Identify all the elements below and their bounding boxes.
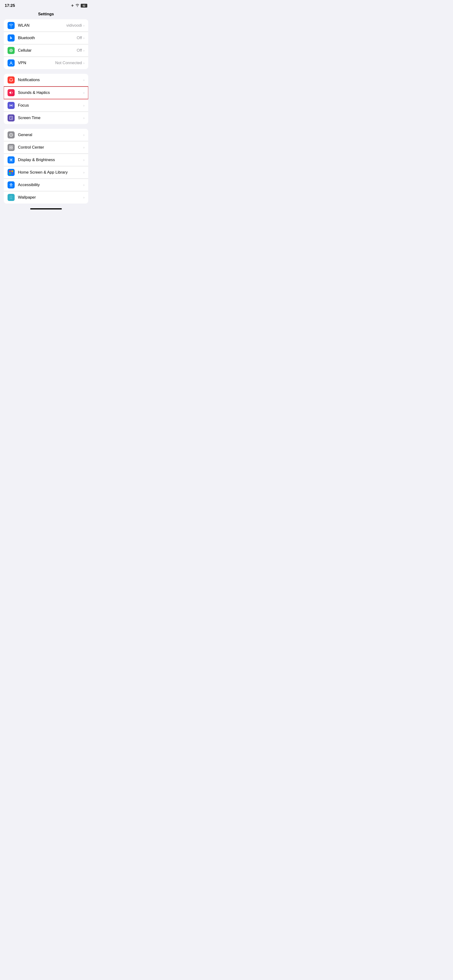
screentime-label: Screen Time <box>18 116 83 120</box>
cellular-icon <box>8 47 14 54</box>
notifications-group: Notifications › Sounds & Haptics › F <box>4 74 88 124</box>
bluetooth-icon <box>8 35 14 41</box>
wifi-status-icon <box>75 3 79 8</box>
svg-rect-9 <box>11 148 13 149</box>
cellular-value: Off <box>77 48 82 53</box>
bluetooth-chevron: › <box>83 36 85 40</box>
vpn-label: VPN <box>18 60 55 65</box>
notifications-chevron: › <box>83 78 85 82</box>
accessibility-chevron: › <box>83 183 85 187</box>
display-group: General › Control Center › <box>4 129 88 204</box>
cellular-chevron: › <box>83 49 85 52</box>
general-chevron: › <box>83 133 85 137</box>
settings-item-cellular[interactable]: Cellular Off › <box>4 45 88 57</box>
settings-item-screentime[interactable]: Screen Time › <box>4 112 88 124</box>
vpn-chevron: › <box>83 61 85 65</box>
wallpaper-label: Wallpaper <box>18 195 83 200</box>
general-icon <box>8 131 14 138</box>
controlcenter-icon <box>8 144 14 151</box>
settings-item-homescreen[interactable]: Home Screen & App Library › <box>4 166 88 179</box>
cellular-label: Cellular <box>18 48 77 53</box>
screentime-icon <box>8 115 14 121</box>
svg-point-11 <box>11 183 11 184</box>
settings-item-focus[interactable]: Focus › <box>4 99 88 112</box>
screentime-chevron: › <box>83 116 85 120</box>
homescreen-icon <box>8 169 14 176</box>
home-indicator <box>30 208 62 210</box>
controlcenter-label: Control Center <box>18 145 83 150</box>
settings-item-general[interactable]: General › <box>4 129 88 141</box>
settings-item-display[interactable]: Display & Brightness › <box>4 154 88 166</box>
homescreen-chevron: › <box>83 170 85 174</box>
status-bar: 17:25 ✈ 62 <box>0 0 92 10</box>
settings-item-sounds[interactable]: Sounds & Haptics › <box>4 87 88 99</box>
notifications-icon <box>8 76 14 83</box>
focus-icon <box>8 102 14 109</box>
settings-item-vpn[interactable]: VPN Not Connected › <box>4 57 88 69</box>
controlcenter-chevron: › <box>83 146 85 149</box>
settings-item-wallpaper[interactable]: Wallpaper › <box>4 191 88 204</box>
bluetooth-label: Bluetooth <box>18 36 77 40</box>
sounds-icon <box>8 89 14 96</box>
vpn-value: Not Connected <box>55 60 82 65</box>
bluetooth-value: Off <box>77 36 82 40</box>
wlan-chevron: › <box>83 24 85 27</box>
nav-header: Settings <box>0 10 92 19</box>
svg-point-5 <box>11 134 11 135</box>
settings-item-bluetooth[interactable]: Bluetooth Off › <box>4 32 88 45</box>
accessibility-icon <box>8 181 14 188</box>
wallpaper-chevron: › <box>83 196 85 199</box>
sounds-chevron: › <box>83 91 85 95</box>
status-icons: ✈ 62 <box>71 3 87 8</box>
focus-chevron: › <box>83 103 85 107</box>
wallpaper-icon <box>8 194 14 201</box>
battery-icon: 62 <box>81 4 87 8</box>
network-group: WLAN vidivoodi › Bluetooth Off › <box>4 19 88 69</box>
svg-rect-8 <box>10 148 11 149</box>
vpn-icon <box>8 59 14 67</box>
settings-item-notifications[interactable]: Notifications › <box>4 74 88 86</box>
airplane-icon: ✈ <box>71 3 74 8</box>
focus-label: Focus <box>18 103 83 108</box>
svg-point-10 <box>10 159 12 161</box>
svg-rect-6 <box>10 146 11 147</box>
page-title: Settings <box>38 12 54 16</box>
wlan-label: WLAN <box>18 23 66 28</box>
settings-item-accessibility[interactable]: Accessibility › <box>4 179 88 191</box>
svg-rect-7 <box>11 146 13 147</box>
notifications-label: Notifications <box>18 78 83 82</box>
general-label: General <box>18 132 83 137</box>
status-time: 17:25 <box>5 3 15 8</box>
sounds-label: Sounds & Haptics <box>18 90 83 95</box>
settings-item-wlan[interactable]: WLAN vidivoodi › <box>4 19 88 32</box>
homescreen-label: Home Screen & App Library <box>18 170 83 175</box>
display-icon <box>8 156 14 164</box>
settings-content: WLAN vidivoodi › Bluetooth Off › <box>0 19 92 204</box>
wlan-icon <box>8 22 14 29</box>
wlan-value: vidivoodi <box>66 23 82 28</box>
display-chevron: › <box>83 158 85 162</box>
display-label: Display & Brightness <box>18 158 83 162</box>
settings-item-controlcenter[interactable]: Control Center › <box>4 141 88 154</box>
svg-point-1 <box>11 50 12 51</box>
accessibility-label: Accessibility <box>18 183 83 187</box>
svg-point-2 <box>10 62 12 63</box>
